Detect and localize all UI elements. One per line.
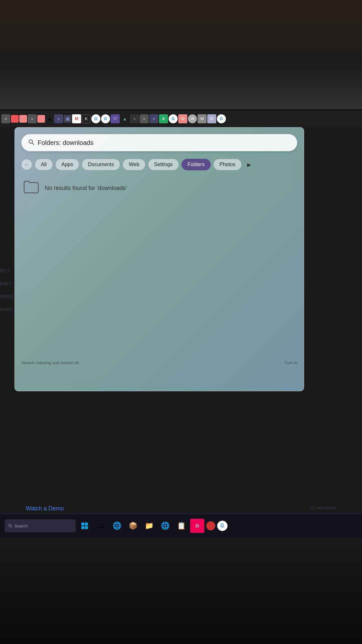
toolbar-icon-7[interactable]: ≡: [54, 114, 63, 123]
taskbar-icon-teams[interactable]: 📋: [174, 519, 188, 533]
toolbar-icon-2[interactable]: [11, 115, 19, 123]
toolbar-icon-k[interactable]: K: [82, 114, 91, 123]
bottom-area: [0, 538, 362, 644]
toolbar-icon-shield[interactable]: 🛡: [111, 114, 120, 123]
search-bar[interactable]: [21, 134, 297, 151]
toolbar-icon-tri[interactable]: ▲: [120, 114, 129, 123]
members-text: 12 members: [310, 505, 336, 510]
taskbar-icon-windows[interactable]: [78, 519, 92, 533]
toolbar-icon-4[interactable]: ≡: [28, 114, 37, 123]
top-bezel: [0, 0, 362, 109]
taskbar-icon-edge[interactable]: 🌐: [110, 519, 124, 533]
svg-rect-7: [85, 526, 88, 529]
search-input[interactable]: [38, 139, 291, 147]
search-bar-container: [15, 128, 304, 156]
search-panel: ← All Apps Documents Web Settings Folder…: [14, 127, 304, 391]
taskbar-icon-browser[interactable]: 🌐: [158, 519, 172, 533]
toolbar-icon-g2[interactable]: G: [101, 114, 110, 123]
taskbar-search-icon: [8, 524, 13, 528]
taskbar-icon-package[interactable]: 📦: [126, 519, 140, 533]
taskbar-icon-office[interactable]: O: [190, 519, 204, 533]
taskbar: Search 🗂 🌐 📦 📁 🌐 📋 O G: [0, 514, 362, 538]
toolbar-icon-6[interactable]: ▲: [46, 115, 53, 123]
search-icon: [28, 139, 34, 147]
toolbar-icon-g4[interactable]: G: [217, 114, 226, 123]
tab-apps[interactable]: Apps: [55, 159, 79, 170]
folder-icon: [23, 179, 39, 197]
svg-point-2: [9, 524, 11, 527]
taskbar-icon-red[interactable]: [206, 521, 215, 530]
left-edge-text-1: ild c: [0, 267, 10, 274]
left-edge-text-4: oves: [0, 306, 12, 313]
toolbar-icon-w2[interactable]: W: [188, 114, 197, 123]
svg-line-3: [11, 526, 12, 527]
toolbar-icon-eq1[interactable]: ≡: [130, 114, 139, 123]
tab-settings[interactable]: Settings: [148, 159, 179, 170]
browser-toolbar: ≡ ≡ ▲ ≡ ▦ M K G G 🛡 ▲ ≡ ≡ ≡ + G W W W W …: [0, 109, 362, 127]
toolbar-icon-5[interactable]: [37, 115, 45, 123]
tab-photos[interactable]: Photos: [213, 159, 242, 170]
watch-demo-text[interactable]: Watch a Demo: [26, 505, 64, 512]
toolbar-icon-w1[interactable]: W: [178, 114, 187, 123]
toolbar-icon-8[interactable]: ▦: [64, 115, 71, 123]
toolbar-icons: ≡ ≡ ▲ ≡ ▦ M K G G 🛡 ▲ ≡ ≡ ≡ + G W W W W …: [1, 114, 226, 123]
tab-documents[interactable]: Documents: [82, 159, 120, 170]
back-button[interactable]: ←: [21, 159, 32, 170]
svg-rect-4: [81, 523, 84, 526]
taskbar-icon-g-chrome[interactable]: G: [217, 521, 227, 531]
turn-in-text[interactable]: Turn in: [284, 360, 297, 365]
toolbar-icon-3[interactable]: [19, 115, 27, 123]
filter-row: ← All Apps Documents Web Settings Folder…: [15, 156, 304, 173]
more-button[interactable]: ▶: [244, 160, 254, 169]
indexing-notice: Search indexing was turned off. Turn in: [15, 360, 304, 365]
toolbar-icon-gmail[interactable]: M: [72, 114, 81, 123]
toolbar-icon-g1[interactable]: G: [91, 114, 100, 123]
toolbar-icon-eq3[interactable]: ≡: [149, 114, 158, 123]
toolbar-icon-plus[interactable]: +: [159, 114, 168, 123]
taskbar-icon-files[interactable]: 🗂: [94, 519, 108, 533]
toolbar-icon-w3[interactable]: W: [198, 114, 207, 123]
toolbar-icon-g3[interactable]: G: [169, 114, 178, 123]
tab-folders[interactable]: Folders: [181, 159, 211, 170]
taskbar-icon-folder[interactable]: 📁: [142, 519, 156, 533]
svg-line-1: [32, 143, 34, 145]
left-edge-text-2: eal-t: [0, 280, 11, 287]
tab-web[interactable]: Web: [123, 159, 145, 170]
no-results-area: No results found for 'downloads': [15, 173, 304, 203]
svg-rect-6: [81, 526, 84, 529]
tab-all[interactable]: All: [35, 159, 53, 170]
taskbar-search[interactable]: Search: [5, 519, 76, 532]
taskbar-search-label: Search: [14, 524, 28, 528]
toolbar-icon-1[interactable]: ≡: [1, 114, 10, 123]
toolbar-icon-eq2[interactable]: ≡: [140, 114, 149, 123]
left-edge-text-3: need: [0, 293, 13, 300]
indexing-text: Search indexing was turned off.: [21, 360, 80, 365]
toolbar-icon-w4[interactable]: W: [207, 114, 216, 123]
no-results-text: No results found for 'downloads': [45, 185, 127, 192]
svg-rect-5: [85, 523, 88, 526]
